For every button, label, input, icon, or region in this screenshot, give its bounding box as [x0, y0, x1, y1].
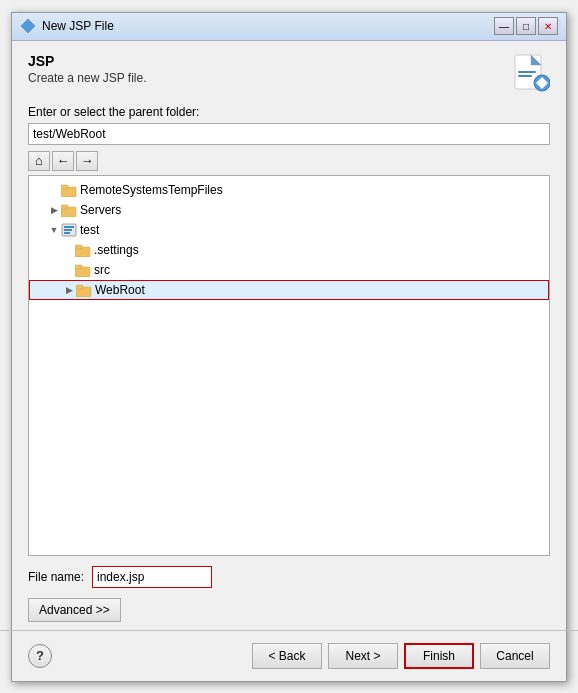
expander-settings — [61, 243, 75, 257]
folder-icon-remote — [61, 183, 77, 197]
svg-rect-14 — [64, 229, 72, 231]
tree-item-src[interactable]: src — [29, 260, 549, 280]
header-text: JSP Create a new JSP file. — [28, 53, 502, 85]
header-title: JSP — [28, 53, 502, 69]
tree-label-settings: .settings — [94, 243, 139, 257]
folder-path-input[interactable] — [28, 123, 550, 145]
tree-label-webroot: WebRoot — [95, 283, 145, 297]
forward-nav-button[interactable]: → — [76, 151, 98, 171]
help-button[interactable]: ? — [28, 644, 52, 668]
svg-rect-9 — [61, 185, 68, 189]
main-window: New JSP File — □ ✕ JSP Create a new JSP … — [11, 12, 567, 682]
file-name-input[interactable] — [92, 566, 212, 588]
window-icon — [20, 18, 36, 34]
svg-marker-0 — [21, 19, 35, 33]
title-bar: New JSP File — □ ✕ — [12, 13, 566, 41]
content-area: JSP Create a new JSP file. Enter or sele… — [12, 41, 566, 630]
advanced-button[interactable]: Advanced >> — [28, 598, 121, 622]
back-nav-button[interactable]: ← — [52, 151, 74, 171]
svg-rect-11 — [61, 205, 68, 209]
home-button[interactable]: ⌂ — [28, 151, 50, 171]
window-title: New JSP File — [42, 19, 494, 33]
svg-rect-5 — [518, 75, 532, 77]
folder-icon-servers — [61, 203, 77, 217]
bottom-section: File name: Advanced >> — [28, 556, 550, 630]
tree-item-servers[interactable]: ▶ Servers — [29, 200, 549, 220]
folder-section-label: Enter or select the parent folder: — [28, 105, 550, 119]
tree-label-remote: RemoteSystemsTempFiles — [80, 183, 223, 197]
project-icon-test — [61, 223, 77, 237]
expander-webroot: ▶ — [62, 283, 76, 297]
folder-icon-settings — [75, 243, 91, 257]
file-name-row: File name: — [28, 566, 550, 588]
tree-label-servers: Servers — [80, 203, 121, 217]
back-button[interactable]: < Back — [252, 643, 322, 669]
expander-remote — [47, 183, 61, 197]
svg-rect-17 — [75, 245, 82, 249]
tree-item-remote[interactable]: RemoteSystemsTempFiles — [29, 180, 549, 200]
expander-servers: ▶ — [47, 203, 61, 217]
footer: ? < Back Next > Finish Cancel — [12, 631, 566, 681]
expander-src — [61, 263, 75, 277]
folder-icon-src — [75, 263, 91, 277]
cancel-button[interactable]: Cancel — [480, 643, 550, 669]
svg-rect-21 — [76, 285, 83, 289]
tree-item-test[interactable]: ▼ test — [29, 220, 549, 240]
tree-toolbar: ⌂ ← → — [28, 151, 550, 171]
header-section: JSP Create a new JSP file. — [28, 53, 550, 93]
file-name-label: File name: — [28, 570, 84, 584]
expander-test: ▼ — [47, 223, 61, 237]
svg-rect-15 — [64, 232, 70, 234]
title-bar-buttons: — □ ✕ — [494, 17, 558, 35]
svg-rect-4 — [518, 71, 536, 73]
folder-icon-webroot — [76, 283, 92, 297]
footer-left: ? — [28, 644, 52, 668]
tree-label-src: src — [94, 263, 110, 277]
finish-button[interactable]: Finish — [404, 643, 474, 669]
tree-label-test: test — [80, 223, 99, 237]
tree-item-webroot[interactable]: ▶ WebRoot — [29, 280, 549, 300]
footer-right: < Back Next > Finish Cancel — [252, 643, 550, 669]
tree-container: RemoteSystemsTempFiles ▶ Servers ▼ — [28, 175, 550, 556]
tree-item-settings[interactable]: .settings — [29, 240, 549, 260]
header-subtitle: Create a new JSP file. — [28, 71, 502, 85]
next-button[interactable]: Next > — [328, 643, 398, 669]
maximize-button[interactable]: □ — [516, 17, 536, 35]
jsp-icon — [510, 53, 550, 93]
svg-rect-19 — [75, 265, 82, 269]
minimize-button[interactable]: — — [494, 17, 514, 35]
svg-rect-13 — [64, 226, 74, 228]
close-button[interactable]: ✕ — [538, 17, 558, 35]
